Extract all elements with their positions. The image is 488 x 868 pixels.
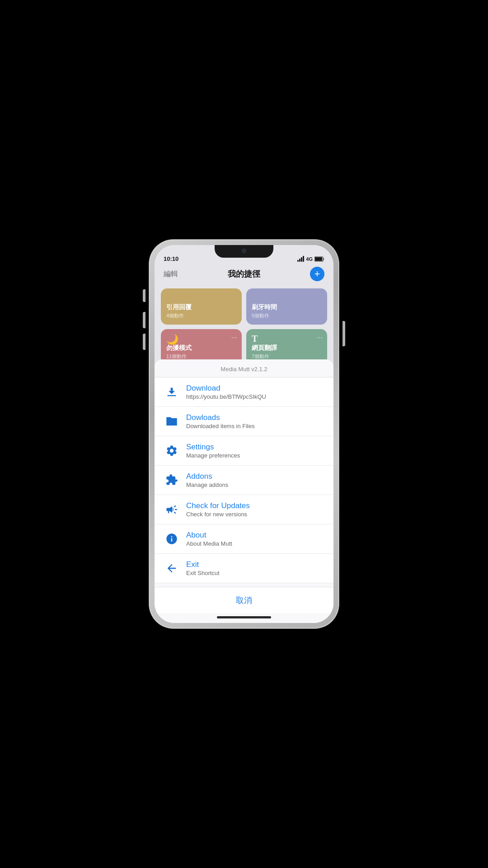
shortcut-sub-1: 4個動作	[166, 312, 236, 319]
gear-icon	[164, 443, 180, 459]
info-icon	[164, 531, 180, 547]
edit-button[interactable]: 編輯	[164, 269, 178, 279]
exit-icon	[164, 560, 180, 576]
menu-item-check-updates[interactable]: Check for Updates Check for new versions	[155, 495, 333, 524]
menu-item-download[interactable]: Download https://youtu.be/BTfWpcSIkQU	[155, 377, 333, 407]
settings-desc: Manage preferences	[186, 452, 324, 459]
nav-bar: 編輯 我的捷徑 +	[155, 265, 333, 285]
downloads-text: Dowloads Downloaded items in Files	[186, 413, 324, 429]
exit-label: Exit	[186, 560, 324, 569]
megaphone-icon	[164, 501, 180, 518]
check-updates-text: Check for Updates Check for new versions	[186, 501, 324, 518]
exit-desc: Exit Shortcut	[186, 570, 324, 576]
signal-icon	[297, 256, 304, 262]
shortcut-sub-4: 7個動作	[252, 353, 322, 360]
silent-button[interactable]	[143, 289, 145, 302]
battery-icon	[314, 256, 324, 262]
bottom-sheet: Media Mutt v2.1.2 Download https://youtu…	[155, 359, 333, 623]
cancel-button[interactable]: 取消	[155, 587, 333, 613]
shortcut-title-2: 刷牙時間	[252, 303, 322, 311]
addons-desc: Manage addons	[186, 481, 324, 488]
settings-label: Settings	[186, 443, 324, 452]
status-indicators: 4G	[297, 256, 324, 262]
about-desc: About Media Mutt	[186, 540, 324, 547]
addons-label: Addons	[186, 472, 324, 481]
status-bar-area: 10:10 4G	[155, 245, 333, 265]
sheet-header: Media Mutt v2.1.2	[155, 359, 333, 377]
menu-item-addons[interactable]: Addons Manage addons	[155, 466, 333, 495]
settings-text: Settings Manage preferences	[186, 443, 324, 459]
shortcut-card-1[interactable]: 引用回覆 4個動作	[161, 288, 242, 325]
downloads-label: Dowloads	[186, 413, 324, 422]
download-text: Download https://youtu.be/BTfWpcSIkQU	[186, 384, 324, 400]
page-title: 我的捷徑	[228, 269, 260, 279]
power-button[interactable]	[343, 321, 345, 346]
download-desc: https://youtu.be/BTfWpcSIkQU	[186, 393, 324, 400]
menu-item-settings[interactable]: Settings Manage preferences	[155, 436, 333, 466]
about-text: About About Media Mutt	[186, 531, 324, 547]
menu-item-downloads[interactable]: Dowloads Downloaded items in Files	[155, 407, 333, 436]
puzzle-icon	[164, 472, 180, 488]
network-type: 4G	[306, 256, 313, 262]
volume-down-button[interactable]	[143, 334, 145, 350]
phone-frame: 10:10 4G	[149, 240, 339, 628]
svg-rect-1	[315, 257, 322, 261]
shortcut-card-2[interactable]: 刷牙時間 5個動作	[246, 288, 327, 325]
more-icon-4[interactable]: ···	[317, 334, 323, 342]
screen-content: 10:10 4G	[155, 245, 333, 623]
shortcut-sub-2: 5個動作	[252, 312, 322, 319]
about-label: About	[186, 531, 324, 540]
translate-icon: T	[252, 334, 258, 344]
check-updates-desc: Check for new versions	[186, 511, 324, 518]
menu-item-about[interactable]: About About Media Mutt	[155, 524, 333, 554]
volume-up-button[interactable]	[143, 312, 145, 328]
status-time: 10:10	[164, 255, 178, 262]
add-shortcut-button[interactable]: +	[310, 267, 324, 281]
addons-text: Addons Manage addons	[186, 472, 324, 488]
shortcut-sub-3: 11個動作	[166, 353, 236, 360]
shortcut-title-4: 網頁翻譯	[252, 344, 322, 352]
exit-text: Exit Exit Shortcut	[186, 560, 324, 576]
plus-icon: +	[314, 269, 320, 279]
notch	[215, 245, 273, 258]
download-label: Download	[186, 384, 324, 393]
menu-item-exit[interactable]: Exit Exit Shortcut	[155, 554, 333, 583]
home-bar	[217, 616, 271, 618]
more-icon-3[interactable]: ···	[231, 334, 237, 342]
downloads-desc: Downloaded items in Files	[186, 423, 324, 429]
check-updates-label: Check for Updates	[186, 501, 324, 510]
download-icon	[164, 384, 180, 400]
folder-icon	[164, 413, 180, 429]
home-indicator-area	[155, 613, 333, 623]
phone-screen: 10:10 4G	[155, 245, 333, 623]
shortcut-title-1: 引用回覆	[166, 303, 236, 311]
front-camera	[242, 249, 246, 253]
moon-icon: 🌙	[166, 334, 178, 345]
